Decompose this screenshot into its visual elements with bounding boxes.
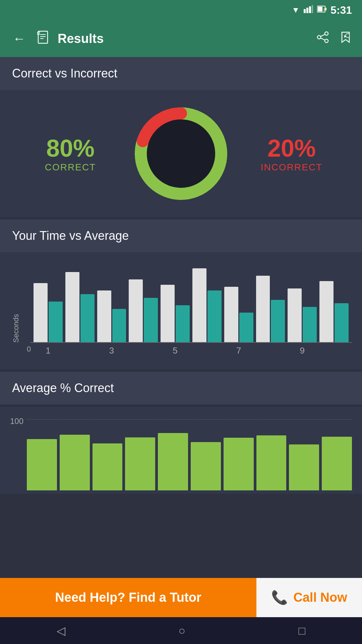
status-bar: ▼ ⚡ 5:31 bbox=[0, 0, 362, 20]
bar-group-6 bbox=[192, 268, 222, 342]
avg-bar-10 bbox=[322, 437, 352, 490]
bar-group-10 bbox=[319, 281, 349, 342]
x-label-4 bbox=[129, 345, 158, 356]
svg-line-16 bbox=[321, 34, 325, 36]
app-bar: ← Results ▶ bbox=[0, 20, 362, 57]
bar-teal-6 bbox=[207, 290, 222, 342]
find-tutor-button[interactable]: Need Help? Find a Tutor bbox=[0, 578, 256, 617]
page-icon bbox=[36, 31, 50, 47]
donut-section: 80% CORRECT 20% INCORRECT bbox=[0, 90, 362, 217]
back-button[interactable]: ← bbox=[10, 29, 28, 49]
bar-teal-5 bbox=[176, 305, 190, 342]
bar-white-2 bbox=[65, 272, 79, 342]
svg-rect-3 bbox=[312, 5, 313, 13]
bar-teal-9 bbox=[303, 307, 317, 342]
svg-rect-2 bbox=[309, 6, 311, 13]
avg-bar-1 bbox=[27, 439, 57, 490]
avg-bars-area: 100 bbox=[10, 417, 352, 490]
avg-bar-4 bbox=[125, 437, 155, 490]
x-label-3: 3 bbox=[97, 345, 126, 356]
bars-area bbox=[30, 262, 352, 343]
avg-bar-2 bbox=[60, 435, 90, 490]
bar-group-7 bbox=[224, 287, 253, 342]
bar-white-3 bbox=[97, 290, 111, 342]
bar-white-10 bbox=[319, 281, 334, 342]
bar-group-3 bbox=[97, 290, 126, 342]
x-label-9: 9 bbox=[288, 345, 317, 356]
incorrect-percent: 20% bbox=[231, 135, 352, 162]
svg-point-15 bbox=[325, 39, 328, 43]
action-icons: ▶ bbox=[316, 31, 352, 47]
bar-white-1 bbox=[34, 283, 48, 342]
correct-percent: 80% bbox=[10, 135, 131, 162]
x-label-2 bbox=[65, 345, 95, 356]
svg-point-14 bbox=[317, 36, 321, 39]
bar-white-5 bbox=[161, 285, 175, 342]
x-label-7: 7 bbox=[224, 345, 253, 356]
svg-point-24 bbox=[147, 120, 215, 187]
bar-group-4 bbox=[129, 279, 158, 342]
bar-white-6 bbox=[192, 268, 206, 342]
incorrect-stat: 20% INCORRECT bbox=[231, 135, 352, 173]
call-now-button[interactable]: 📞 Call Now bbox=[256, 578, 362, 617]
status-time: 5:31 bbox=[330, 4, 352, 16]
avg-bar-6 bbox=[191, 442, 221, 490]
share-icon[interactable] bbox=[316, 31, 329, 47]
page-title: Results bbox=[58, 32, 308, 46]
x-axis-labels: 13579 bbox=[30, 343, 352, 356]
time-avg-title: Your Time vs Average bbox=[12, 229, 129, 243]
bar-group-9 bbox=[288, 288, 317, 342]
bar-teal-1 bbox=[49, 302, 63, 342]
bar-group-1 bbox=[34, 283, 63, 342]
bar-teal-2 bbox=[80, 294, 95, 342]
correct-incorrect-header: Correct vs Incorrect bbox=[0, 57, 362, 90]
svg-text:▶: ▶ bbox=[344, 34, 347, 38]
x-label-10 bbox=[319, 345, 349, 356]
avg-bar-5 bbox=[158, 433, 188, 490]
avg-bar-7 bbox=[224, 438, 254, 490]
correct-stat: 80% CORRECT bbox=[10, 135, 131, 173]
time-avg-chart: Seconds 0 13579 bbox=[30, 262, 352, 356]
bar-teal-4 bbox=[144, 298, 158, 342]
bar-teal-10 bbox=[335, 303, 349, 342]
bar-white-7 bbox=[224, 287, 238, 342]
bar-teal-7 bbox=[239, 313, 253, 342]
bookmark-icon[interactable]: ▶ bbox=[339, 31, 352, 47]
correct-label: CORRECT bbox=[45, 162, 96, 172]
wifi-icon: ▼ bbox=[292, 5, 300, 15]
bar-white-8 bbox=[256, 276, 270, 342]
avg-correct-title: Average % Correct bbox=[12, 381, 114, 395]
incorrect-label: INCORRECT bbox=[261, 162, 322, 172]
correct-incorrect-title: Correct vs Incorrect bbox=[12, 66, 117, 80]
time-avg-chart-section: Seconds 0 13579 bbox=[0, 252, 362, 370]
bar-white-9 bbox=[288, 288, 302, 342]
find-tutor-text: Need Help? Find a Tutor bbox=[55, 590, 201, 605]
bar-teal-8 bbox=[271, 300, 285, 342]
avg-100-label: 100 bbox=[10, 417, 23, 426]
avg-correct-chart-section: 100 bbox=[0, 407, 362, 494]
y-axis-label: Seconds bbox=[12, 262, 20, 346]
bar-group-5 bbox=[161, 285, 190, 342]
nav-back-icon[interactable]: ◁ bbox=[57, 624, 65, 637]
avg-bar-8 bbox=[256, 435, 287, 490]
donut-chart bbox=[131, 103, 231, 204]
nav-recent-icon[interactable]: □ bbox=[299, 624, 306, 637]
nav-home-icon[interactable]: ○ bbox=[178, 624, 185, 637]
svg-point-13 bbox=[325, 32, 328, 35]
bar-group-8 bbox=[256, 276, 285, 342]
y-zero-label: 0 bbox=[27, 345, 31, 354]
battery-icon: ⚡ bbox=[317, 5, 326, 15]
x-label-5: 5 bbox=[161, 345, 190, 356]
avg-guideline bbox=[27, 419, 352, 420]
time-avg-header: Your Time vs Average bbox=[0, 219, 362, 252]
avg-bar-3 bbox=[93, 443, 123, 490]
svg-rect-1 bbox=[306, 8, 308, 13]
x-label-1: 1 bbox=[34, 345, 63, 356]
x-label-6 bbox=[192, 345, 222, 356]
bottom-cta: Need Help? Find a Tutor 📞 Call Now bbox=[0, 578, 362, 617]
signal-icon bbox=[304, 5, 313, 15]
bar-teal-3 bbox=[112, 309, 126, 342]
x-label-8 bbox=[256, 345, 285, 356]
status-icons: ▼ ⚡ 5:31 bbox=[292, 4, 352, 16]
call-now-text: Call Now bbox=[293, 590, 347, 605]
